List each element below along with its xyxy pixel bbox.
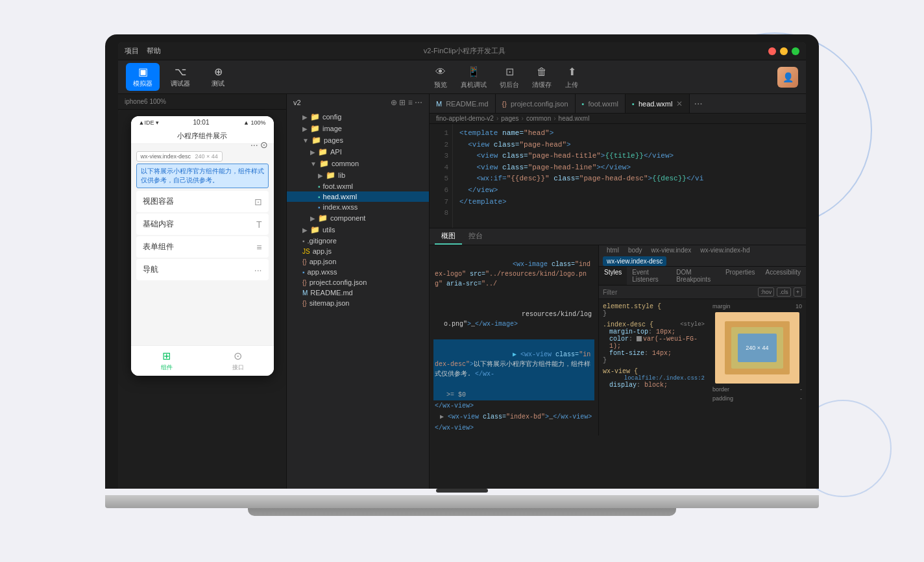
editor-tab-project-config[interactable]: {} project.config.json (496, 94, 576, 113)
component-label: 组件 (161, 363, 173, 372)
test-label: 测试 (212, 79, 225, 88)
bottom-tab-overview[interactable]: 概图 (435, 228, 462, 245)
html-view[interactable]: <wx-image class="index-logo" src="../res… (430, 245, 598, 435)
code-line-1: <template name="head"> (459, 128, 799, 140)
tab-simulator[interactable]: ▣ 模拟器 (126, 63, 160, 91)
editor-tab-readme[interactable]: M README.md (430, 94, 496, 113)
file-tree-panel: v2 ⊕ ⊞ ≡ ⋯ ▶ 📁 config ▶ 📁 image (287, 94, 430, 489)
element-tab-html[interactable]: html (603, 245, 623, 255)
style-tab-props[interactable]: Properties (720, 267, 760, 285)
menu-item-1[interactable]: 基础内容 T (136, 214, 269, 235)
tree-component[interactable]: ▶ 📁 component (287, 212, 429, 224)
menu-item-3[interactable]: 导航 ··· (136, 259, 269, 280)
tree-readme[interactable]: M README.md (287, 287, 429, 298)
phone-nav-component[interactable]: ⊞ 组件 (161, 350, 173, 372)
tree-head-wxml[interactable]: ▪ head.wxml (287, 191, 429, 202)
tree-app-wxss[interactable]: ▪ app.wxss (287, 267, 429, 277)
tree-lib-label: lib (338, 171, 345, 179)
menu-label-2: 表单组件 (143, 241, 174, 252)
maximize-button[interactable] (792, 47, 799, 55)
phone-nav-api[interactable]: ⊙ 接口 (232, 350, 244, 372)
filter-input[interactable] (603, 289, 755, 296)
style-tab-accessibility[interactable]: Accessibility (760, 267, 806, 285)
file-tree-actions: ⊕ ⊞ ≡ ⋯ (391, 98, 422, 107)
breadcrumb-item-3: head.wxml (559, 115, 590, 122)
element-tab-body[interactable]: body (624, 245, 646, 255)
editor-tab-foot-wxml[interactable]: ▪ foot.wxml (576, 94, 626, 113)
tree-gitignore[interactable]: ▪ .gitignore (287, 236, 429, 246)
bottom-content: <wx-image class="index-logo" src="../res… (430, 245, 806, 435)
html-line-6: ▶ <wx-view class="index-bd">_</wx-view> (433, 411, 594, 422)
minimize-button[interactable] (780, 47, 788, 55)
tree-sitemap-label: sitemap.json (310, 299, 350, 307)
tree-project-config-label: project.config.json (310, 278, 367, 286)
preview-action[interactable]: 👁 预览 (433, 65, 448, 90)
laptop-foot (248, 508, 676, 516)
editor-tab-head-wxml[interactable]: ▪ head.wxml ✕ (626, 94, 690, 113)
tree-foot-wxml[interactable]: ▪ foot.wxml (287, 181, 429, 191)
filter-btn-hov[interactable]: :hov (758, 287, 774, 297)
head-tab-close[interactable]: ✕ (676, 99, 683, 108)
tree-app-json[interactable]: {} app.json (287, 256, 429, 267)
menu-bar: 项目 帮助 (125, 46, 161, 56)
tree-sitemap[interactable]: {} sitemap.json (287, 298, 429, 308)
line-num-8: 8 (430, 208, 448, 219)
tree-config-label: config (322, 113, 341, 121)
menu-label-3: 导航 (143, 264, 158, 275)
preview-label: 预览 (434, 80, 447, 90)
user-avatar[interactable]: 👤 (777, 67, 798, 88)
device-debug-action[interactable]: 📱 真机调试 (461, 65, 487, 90)
tree-common[interactable]: ▼ 📁 common (287, 158, 429, 169)
tree-pages[interactable]: ▼ 📁 pages (287, 134, 429, 146)
phone-nav-more[interactable]: ··· ⊙ (250, 140, 269, 150)
code-content[interactable]: <template name="head"> <view class="page… (453, 124, 806, 228)
upload-action[interactable]: ⬆ 上传 (565, 65, 579, 90)
menu-help[interactable]: 帮助 (147, 46, 161, 56)
tree-lib[interactable]: ▶ 📁 lib (287, 169, 429, 181)
cut-backend-action[interactable]: ⊡ 切后台 (500, 65, 519, 90)
code-line-2: <view class="page-head"> (459, 140, 799, 151)
preview-icon: 👁 (433, 65, 448, 79)
laptop: 项目 帮助 v2-FinClip小程序开发工具 ▣ 模拟器 (105, 34, 819, 528)
style-tab-dom[interactable]: DOM Breakpoints (671, 267, 720, 285)
tree-api[interactable]: ▶ 📁 API (287, 146, 429, 158)
style-tab-styles[interactable]: Styles (599, 267, 627, 285)
tree-gitignore-label: .gitignore (308, 237, 337, 245)
close-button[interactable] (768, 47, 776, 55)
menu-item-0[interactable]: 视图容器 ⊡ (136, 191, 269, 212)
device-debug-icon: 📱 (467, 65, 481, 79)
cut-backend-label: 切后台 (500, 80, 519, 90)
tree-index-wxss[interactable]: ▪ index.wxss (287, 202, 429, 212)
api-label: 接口 (232, 363, 244, 372)
element-tab-wx-index[interactable]: wx-view.index (648, 245, 696, 255)
menu-icon-0: ⊡ (254, 197, 262, 207)
code-area[interactable]: 1 2 3 4 5 6 7 8 <template name="head"> (430, 124, 806, 228)
tab-more-button[interactable]: ··· (690, 98, 706, 110)
menu-project[interactable]: 项目 (125, 46, 139, 56)
css-rule-wx-view: wx-view {localfile:/.index.css:2 display… (603, 368, 705, 389)
tree-component-label: component (330, 214, 365, 222)
style-tab-event[interactable]: Event Listeners (627, 267, 671, 285)
bottom-tab-console[interactable]: 控台 (462, 228, 489, 245)
element-tab-wx-index-desc[interactable]: wx-view.index-desc (603, 256, 666, 266)
menu-item-2[interactable]: 表单组件 ≡ (136, 236, 269, 258)
menu-icon-2: ≡ (256, 242, 261, 252)
tree-app-js[interactable]: JS app.js (287, 246, 429, 256)
toolbar-right: 👤 (777, 67, 798, 88)
tree-utils[interactable]: ▶ 📁 utils (287, 224, 429, 236)
app-window: 项目 帮助 v2-FinClip小程序开发工具 ▣ 模拟器 (118, 42, 806, 489)
breadcrumb-item-1: pages (501, 115, 518, 122)
tab-debugger[interactable]: ⌥ 调试器 (164, 63, 197, 91)
clear-cache-action[interactable]: 🗑 清缓存 (532, 65, 552, 90)
tree-config[interactable]: ▶ 📁 config (287, 111, 429, 123)
main-content: iphone6 100% ▲IDE ▾ 10:01 ▲ 100% (118, 94, 806, 489)
element-tab-wx-index-hd[interactable]: wx-view.index-hd (696, 245, 753, 255)
tree-image[interactable]: ▶ 📁 image (287, 123, 429, 134)
filter-btn-cls[interactable]: .cls (777, 287, 791, 297)
tree-project-config[interactable]: {} project.config.json (287, 277, 429, 287)
project-config-tab-icon: {} (502, 100, 507, 108)
phone-content: wx-view.index-desc 240 × 44 以下将展示小程序官方组件… (131, 144, 274, 345)
filter-btn-add[interactable]: + (794, 287, 802, 297)
foot-tab-label: foot.wxml (589, 100, 618, 108)
tab-test[interactable]: ⊕ 测试 (201, 63, 235, 91)
